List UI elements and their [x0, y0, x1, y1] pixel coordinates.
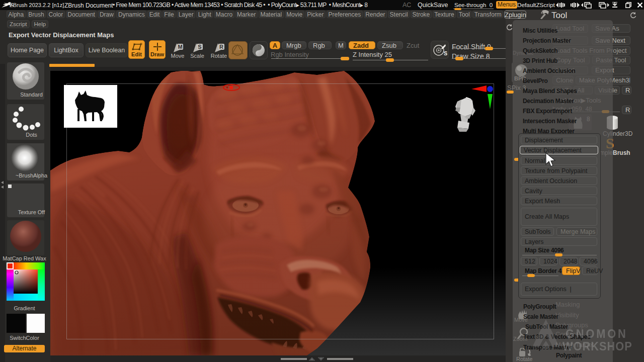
svg-text:R: R	[219, 44, 223, 50]
svg-text:S: S	[198, 44, 201, 50]
svg-text:S: S	[444, 50, 447, 56]
svg-text:M: M	[178, 44, 182, 50]
